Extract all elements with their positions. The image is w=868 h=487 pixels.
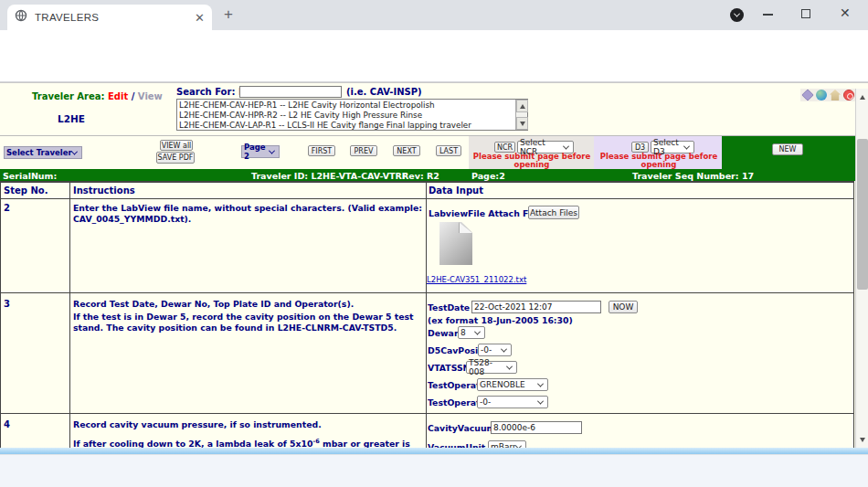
table-border (426, 181, 427, 448)
chevron-down-icon (506, 363, 513, 369)
step-number: 3 (4, 299, 10, 309)
page-select-dropdown[interactable]: Page 2 (241, 145, 280, 158)
col-header-data: Data Input (429, 185, 483, 196)
vtatssn-select[interactable]: TS28-008 (466, 361, 517, 374)
tab-title: TRAVELERS (35, 12, 195, 23)
date-format-hint: (ex format 18-Jun-2005 16:30) (428, 315, 573, 325)
window-maximize-button[interactable] (801, 9, 810, 18)
d5cavposition-select[interactable]: -0- (478, 344, 512, 356)
traveler-search-input[interactable] (239, 86, 342, 98)
taskbar: ⇄ W P ⚙ ƒ ⚙ T✓ A X ✎ 9:48 03-Nov-21 (0, 454, 868, 487)
table-border (853, 181, 854, 448)
select-traveler-dropdown[interactable]: Select Traveler (4, 146, 82, 159)
attach-files-button[interactable]: Attach Files (528, 206, 579, 219)
now-button[interactable]: NOW (609, 301, 638, 313)
step3-instructions-p2: If the test is in Dewar 5, record the ca… (73, 312, 423, 333)
tab-strip: TRAVELERS ✕ + ✕ (0, 0, 868, 30)
col-header-instructions: Instructions (73, 185, 135, 196)
last-page-button[interactable]: LAST (436, 145, 461, 156)
testoperator2-select[interactable]: -0- (477, 396, 548, 408)
tab-favicon-globe-icon (15, 9, 27, 26)
chevron-down-icon (537, 397, 544, 404)
testdate-label: TestDate (428, 302, 470, 312)
vtatssn-label: VTATSSN (428, 363, 470, 373)
listbox-scrollbar[interactable] (515, 100, 527, 130)
seq-label: Traveler Seq Number: 17 (632, 171, 754, 181)
chevron-down-icon (501, 345, 507, 352)
bookmarks-bar: Apps Jefferson Lab VPN Pansophy DocuShar… (0, 56, 868, 82)
step2-instructions: Enter the LabView file name, without spe… (73, 203, 423, 225)
search-hint: (i.e. CAV-INSP) (346, 87, 422, 97)
col-header-step: Step No. (4, 185, 48, 196)
step4-instructions-p1: Record cavity vacuum pressure, if so ins… (73, 419, 423, 430)
page-label: Page:2 (471, 171, 505, 181)
tab-close-icon[interactable]: ✕ (195, 11, 205, 25)
window-close-button[interactable]: ✕ (840, 5, 851, 20)
dewar-select[interactable]: 8 (458, 326, 485, 339)
chevron-down-icon (537, 380, 544, 386)
list-item[interactable]: L2HE-CHEM-CAV-HPR-R2 -- L2 HE Cavity Hig… (179, 111, 513, 121)
first-page-button[interactable]: FIRST (308, 145, 335, 156)
scrollbar-thumb[interactable] (857, 139, 868, 290)
scroll-up-icon[interactable] (856, 90, 868, 103)
testoperator1-select[interactable]: GRENOBLE (477, 378, 548, 391)
chevron-down-icon (563, 143, 569, 149)
view-link[interactable]: View (138, 91, 163, 101)
logout-power-icon[interactable] (843, 90, 854, 101)
next-page-button[interactable]: NEXT (393, 145, 420, 156)
file-icon[interactable] (439, 222, 472, 265)
traveler-area-label: Traveler Area: (32, 91, 105, 101)
traveler-area-code: L2HE (58, 113, 85, 124)
chevron-down-icon (269, 147, 275, 154)
titlebar-media-button[interactable] (730, 8, 744, 22)
d3-warning: Please submit page before opening (598, 153, 720, 168)
cavityvacuum-input[interactable] (491, 421, 582, 434)
chevron-down-icon (71, 148, 78, 154)
new-tab-button[interactable]: + (224, 5, 233, 24)
edit-link[interactable]: Edit (108, 91, 128, 101)
table-border (0, 198, 854, 199)
dewar-label: Dewar (428, 328, 458, 338)
serial-num-label: SerialNum: (3, 171, 57, 181)
save-pdf-button[interactable]: SAVE PDF (156, 152, 195, 164)
window-minimize-button[interactable] (763, 14, 773, 16)
testdate-input[interactable] (471, 301, 601, 313)
traveler-area-line: Traveler Area: Edit / View (32, 91, 163, 101)
table-border (0, 181, 1, 448)
traveler-id-label: Traveler ID: L2HE-VTA-CAV-VTRF (251, 171, 408, 181)
step-number: 2 (4, 203, 10, 213)
rev-label: Rev: R2 (402, 171, 439, 181)
list-item[interactable]: L2HE-CHEM-CAV-LAP-R1 -- LCLS-II HE Cavit… (179, 121, 513, 131)
page-corner-toolbar (800, 89, 856, 101)
scroll-down-icon[interactable] (856, 433, 868, 446)
table-border (0, 292, 854, 293)
view-all-button[interactable]: VIEW all (160, 140, 193, 151)
address-bar: ← → ↻ vpn2.jlab.org/+CSCO+1075676763663A… (0, 30, 868, 56)
attached-file-link[interactable]: L2HE-CAV351_211022.txt (427, 275, 526, 284)
traveler-results-listbox[interactable]: L2HE-CHEM-CAV-HEP-R1 -- L2HE Cavity Hori… (176, 99, 528, 131)
step3-instructions-p1: Record Test Date, Dewar No, Top Plate ID… (73, 299, 423, 310)
cavityvacuum-label: CavityVacuum (428, 423, 495, 433)
list-item[interactable]: L2HE-CHEM-CAV-HEP-R1 -- L2HE Cavity Hori… (179, 101, 513, 111)
chevron-down-icon (474, 328, 481, 334)
globe-icon[interactable] (816, 90, 827, 101)
window-bottom-edge (0, 448, 868, 454)
chevron-down-icon (734, 11, 740, 17)
step-number: 4 (4, 419, 10, 429)
browser-tab[interactable]: TRAVELERS ✕ (7, 5, 212, 30)
new-button[interactable]: NEW (772, 143, 803, 155)
prev-page-button[interactable]: PREV (350, 145, 377, 156)
table-border (0, 181, 854, 183)
home-icon[interactable] (830, 90, 841, 101)
table-border (0, 413, 854, 414)
scroll-down-icon[interactable] (516, 117, 528, 130)
pansophy-diamond-icon[interactable] (801, 89, 814, 101)
chevron-down-icon (683, 143, 690, 149)
scroll-up-icon[interactable] (516, 100, 528, 112)
page-scrollbar[interactable] (855, 89, 868, 448)
table-border (69, 181, 70, 448)
ncr-warning: Please submit page before opening (471, 153, 593, 168)
